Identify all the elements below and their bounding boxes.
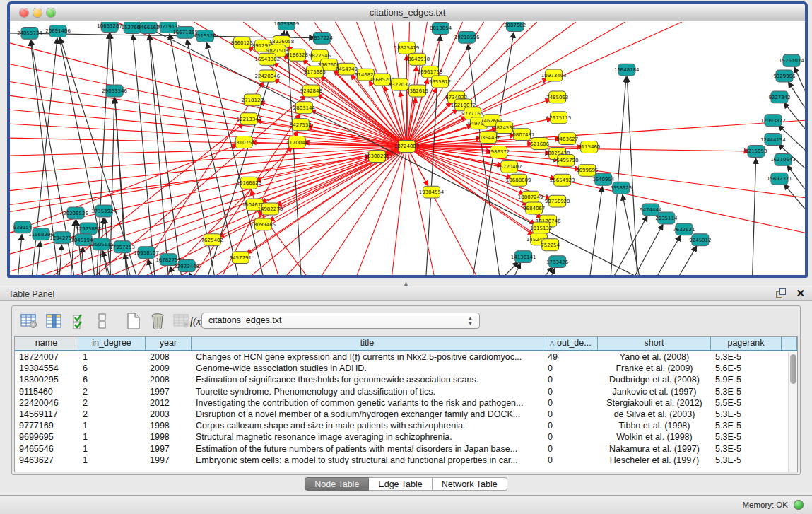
- graph-node-9242848[interactable]: 9242848: [300, 85, 322, 97]
- tab-network-table[interactable]: Network Table: [433, 477, 507, 491]
- graph-node-8215953[interactable]: 8215953: [745, 146, 767, 158]
- graph-node-15751074[interactable]: 15751074: [779, 54, 804, 66]
- row-boxes-icon[interactable]: [93, 312, 112, 330]
- show-column-icon[interactable]: [45, 312, 64, 330]
- graph-node-9463627[interactable]: 9463627: [556, 133, 578, 145]
- graph-node-20691406[interactable]: 20691406: [45, 25, 71, 37]
- delete-trash-icon[interactable]: [148, 312, 167, 330]
- table-row[interactable]: 946554611997Estimation of the future num…: [15, 443, 797, 455]
- new-table-icon[interactable]: [124, 312, 143, 330]
- graph-node-19218596[interactable]: 19218596: [454, 31, 480, 43]
- graph-node-12975115[interactable]: 12975115: [546, 112, 572, 124]
- vertical-scrollbar[interactable]: [788, 352, 797, 472]
- graph-node-9329966[interactable]: 9329966: [773, 70, 795, 82]
- cell-name: 19384554: [15, 363, 78, 374]
- column-header-in_degree[interactable]: in_degree: [78, 337, 146, 350]
- graph-node-9457791[interactable]: 9457791: [230, 252, 252, 264]
- column-header-title[interactable]: title: [192, 337, 543, 350]
- close-panel-icon[interactable]: ✕: [796, 287, 805, 300]
- select-all-checks-icon[interactable]: [70, 312, 90, 330]
- table-row[interactable]: 1938455462009Genome-wide association stu…: [15, 363, 797, 374]
- table-row[interactable]: 969969511998Structural magnetic resonanc…: [15, 431, 797, 443]
- graph-node-7986372[interactable]: 7986372: [488, 146, 510, 158]
- table-row[interactable]: 911546021997Tourette syndrome. Phenomeno…: [15, 386, 797, 397]
- graph-node-7625402[interactable]: 7625402: [201, 234, 223, 246]
- graph-node-15692371[interactable]: 15692371: [767, 173, 792, 185]
- table-row[interactable]: 1456911722003Disruption of a novel membe…: [15, 409, 797, 420]
- graph-node-20206526[interactable]: 20206526: [63, 207, 88, 219]
- tab-edge-table[interactable]: Edge Table: [369, 477, 432, 491]
- graph-node-7857224[interactable]: 7857224: [311, 32, 334, 44]
- column-header-short[interactable]: short: [598, 337, 711, 350]
- column-header-year[interactable]: year: [146, 337, 192, 350]
- graph-node-2887682[interactable]: 2887682: [504, 22, 526, 31]
- graph-node-7632621[interactable]: 7632621: [673, 223, 695, 235]
- table-row[interactable]: 946362711997Embryonic stem cells: a mode…: [15, 455, 797, 466]
- graph-node-1640954[interactable]: 1640954: [592, 173, 615, 185]
- float-panel-icon[interactable]: [776, 288, 787, 299]
- graph-node-10688609[interactable]: 10688609: [506, 174, 531, 186]
- graph-node-1362615[interactable]: 1362615: [406, 85, 428, 97]
- graph-node-1815132[interactable]: 1815132: [530, 222, 552, 234]
- graph-node-24055724[interactable]: 24055724: [17, 27, 42, 39]
- graph-node-10653287[interactable]: 10653287: [97, 22, 122, 32]
- graph-node-16648784[interactable]: 16648784: [614, 64, 640, 76]
- table-toolbar: f(x) citations_edges.txt ▲▼: [12, 306, 800, 336]
- graph-node-752254[interactable]: 752254: [541, 239, 560, 251]
- graph-node-8186328[interactable]: 8186328: [286, 49, 308, 61]
- table-row[interactable]: 977716911998Corpus callosum shape and si…: [15, 420, 797, 431]
- graph-node-9175685[interactable]: 9175685: [304, 66, 326, 78]
- graph-node-8813054[interactable]: 8813054: [430, 22, 452, 34]
- graph-node-4170044[interactable]: 4170044: [286, 136, 309, 148]
- table-row[interactable]: 1872400712008Changes of HCN gene express…: [15, 351, 797, 363]
- graph-node-9355812[interactable]: 9355812: [429, 76, 451, 88]
- graph-node-7485063[interactable]: 7485063: [546, 91, 568, 103]
- column-header-pagerank[interactable]: pagerank: [711, 337, 782, 350]
- table-row[interactable]: 1830029562008Estimation of significance …: [15, 374, 797, 385]
- graph-node-7515526[interactable]: 7515526: [194, 30, 216, 42]
- tab-node-table[interactable]: Node Table: [305, 477, 369, 491]
- graph-node-12213349[interactable]: 12213349: [237, 113, 262, 125]
- network-canvas[interactable]: 1872400718300295193845541832541918640910…: [10, 22, 805, 275]
- column-header-name[interactable]: name: [15, 337, 78, 350]
- table-row[interactable]: 2242004622012Investigating the contribut…: [15, 397, 797, 409]
- svg-text:15692371: 15692371: [767, 176, 792, 182]
- cell-name: 9463627: [15, 455, 78, 466]
- memory-ok-indicator[interactable]: [794, 500, 804, 510]
- delete-table-icon-disabled[interactable]: [172, 312, 192, 330]
- column-header-out_de[interactable]: △out_de...: [543, 337, 598, 350]
- graph-node-621606[interactable]: 621606: [530, 138, 549, 150]
- graph-node-8427552[interactable]: 8427552: [290, 119, 312, 131]
- scrollbar-thumb[interactable]: [790, 354, 796, 384]
- graph-node-2803144[interactable]: 2803144: [293, 102, 316, 114]
- graph-node-18325419[interactable]: 18325419: [394, 42, 420, 54]
- graph-node-9227342[interactable]: 9227342: [768, 91, 790, 103]
- graph-node-9245012[interactable]: 9245012: [689, 234, 711, 246]
- svg-text:15720407: 15720407: [497, 164, 522, 170]
- graph-node-9115460[interactable]: 9115460: [578, 141, 600, 153]
- graph-node-5358923[interactable]: 5358923: [610, 182, 632, 194]
- graph-node-12444154[interactable]: 12444154: [760, 134, 786, 146]
- graph-node-9699695[interactable]: 9699695: [576, 164, 598, 176]
- table-settings-icon[interactable]: [19, 312, 39, 330]
- graph-node-25654923[interactable]: 25654923: [550, 174, 575, 186]
- table-panel-body: f(x) citations_edges.txt ▲▼ namein_degre…: [11, 305, 801, 475]
- graph-node-16033809[interactable]: 16033809: [274, 22, 300, 30]
- graph-node-2718120[interactable]: 2718120: [242, 94, 264, 106]
- graph-node-1733426[interactable]: 1733426: [546, 256, 568, 268]
- graph-node-2935114[interactable]: 2935114: [655, 212, 678, 224]
- graph-node-18807249[interactable]: 18807249: [518, 191, 543, 203]
- network-window-titlebar[interactable]: citations_edges.txt: [10, 4, 805, 21]
- svg-text:8813054: 8813054: [430, 25, 452, 31]
- citation-network-graph[interactable]: 1872400718300295193845541832541918640910…: [10, 22, 805, 275]
- graph-node-19384554[interactable]: 19384554: [419, 186, 445, 198]
- graph-node-9684067[interactable]: 9684067: [523, 202, 545, 214]
- graph-node-12093872[interactable]: 12093872: [760, 115, 786, 127]
- graph-node-8660123[interactable]: 8660123: [231, 37, 253, 49]
- graph-node-99756928[interactable]: 99756928: [545, 195, 570, 207]
- graph-node-14136141[interactable]: 14136141: [511, 251, 536, 263]
- svg-text:18300295: 18300295: [365, 153, 390, 159]
- graph-node-16210643[interactable]: 16210643: [770, 153, 796, 165]
- graph-node-1810755[interactable]: 1810755: [233, 136, 255, 148]
- table-select-dropdown[interactable]: citations_edges.txt ▲▼: [201, 313, 480, 329]
